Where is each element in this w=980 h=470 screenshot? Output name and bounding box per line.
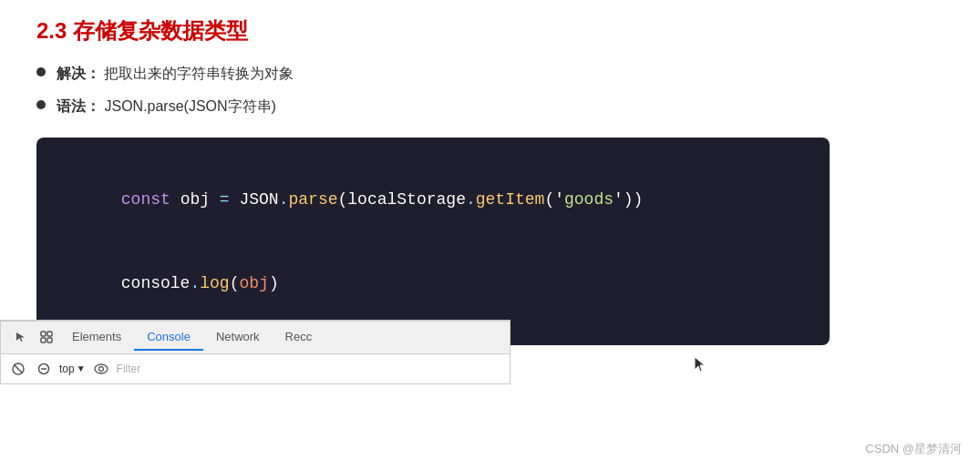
devtools-inspect-icon[interactable]	[34, 324, 59, 350]
bullet-list: 解决： 把取出来的字符串转换为对象 语法： JSON.parse(JSON字符串…	[36, 62, 944, 118]
svg-rect-0	[41, 332, 46, 336]
bullet-dot-2	[36, 100, 46, 109]
devtools-toolbar: top ▼ Filter	[1, 354, 510, 383]
svg-rect-3	[47, 338, 52, 342]
toolbar-context-select[interactable]: top ▼	[59, 363, 86, 375]
section-title: 2.3 存储复杂数据类型	[36, 16, 944, 46]
top-label: top	[59, 363, 75, 375]
svg-point-9	[98, 366, 103, 371]
devtools-panel: Elements Console Network Recc top ▼	[0, 320, 511, 384]
devtools-tab-console[interactable]: Console	[134, 324, 203, 351]
devtools-tab-network[interactable]: Network	[203, 324, 273, 351]
bullet-dot-1	[36, 67, 46, 77]
chevron-down-icon: ▼	[77, 363, 86, 373]
devtools-tab-elements[interactable]: Elements	[59, 324, 134, 351]
bullet-label-2: 语法：	[57, 98, 100, 114]
toolbar-clear-icon[interactable]	[34, 359, 54, 379]
bullet-text-2: 语法： JSON.parse(JSON字符串)	[57, 95, 276, 118]
bullet-label-1: 解决：	[57, 66, 100, 81]
bullet-item-2: 语法： JSON.parse(JSON字符串)	[36, 95, 944, 118]
bullet-content-2: JSON.parse(JSON字符串)	[104, 98, 275, 114]
code-line-2: console.log(obj)	[62, 241, 804, 325]
bullet-item-1: 解决： 把取出来的字符串转换为对象	[36, 62, 944, 86]
svg-point-8	[95, 364, 108, 373]
devtools-tab-recc[interactable]: Recc	[273, 324, 325, 351]
bullet-text-1: 解决： 把取出来的字符串转换为对象	[57, 62, 294, 86]
toolbar-eye-icon[interactable]	[91, 359, 111, 379]
svg-rect-1	[47, 332, 52, 336]
mouse-cursor	[693, 355, 707, 377]
devtools-tabs-bar: Elements Console Network Recc	[1, 322, 510, 354]
devtools-cursor-icon[interactable]	[8, 324, 34, 350]
csdn-watermark: CSDN @星梦清河	[865, 441, 962, 457]
filter-placeholder[interactable]: Filter	[117, 363, 502, 375]
svg-rect-2	[41, 338, 46, 342]
code-line-1: const obj = JSON.parse(localStorage.getI…	[62, 158, 804, 241]
svg-line-5	[15, 364, 23, 373]
bullet-content-1: 把取出来的字符串转换为对象	[104, 66, 294, 81]
code-const: const	[121, 190, 170, 209]
toolbar-block-icon[interactable]	[8, 359, 28, 379]
code-block: const obj = JSON.parse(localStorage.getI…	[36, 138, 830, 345]
main-content: 2.3 存储复杂数据类型 解决： 把取出来的字符串转换为对象 语法： JSON.…	[0, 0, 980, 384]
